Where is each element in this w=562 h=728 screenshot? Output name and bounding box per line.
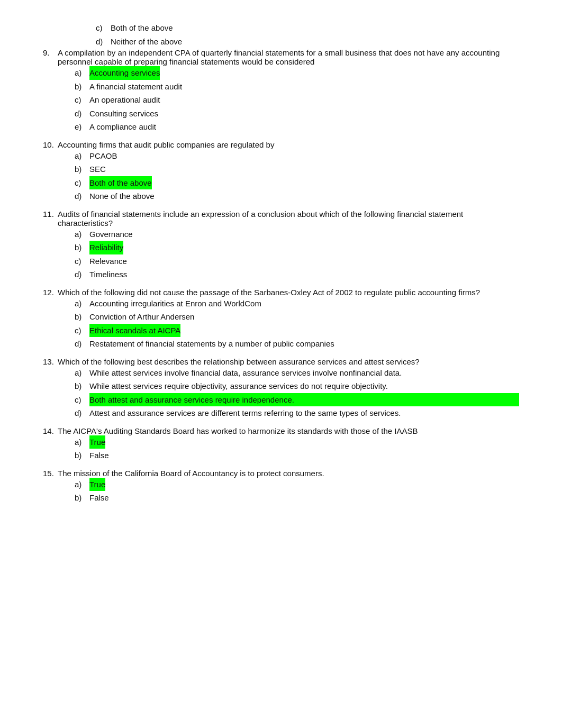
list-item: a) Accounting irregularities at Enron an… <box>75 297 519 311</box>
option-label: c) <box>96 21 111 35</box>
option-label: c) <box>75 176 89 190</box>
option-text: Consulting services <box>89 107 158 121</box>
question-number: 11. <box>43 210 58 219</box>
option-label: c) <box>75 254 89 268</box>
option-text: True <box>89 435 105 449</box>
option-label: e) <box>75 120 89 134</box>
list-item: c) Relevance <box>75 254 519 268</box>
option-text: Accounting irregularities at Enron and W… <box>89 297 261 311</box>
list-item: d) Attest and assurance services are dif… <box>75 406 519 420</box>
option-label: d) <box>96 35 111 49</box>
option-text: While attest services require objectivit… <box>89 379 519 393</box>
option-text: SEC <box>89 162 106 176</box>
option-label: a) <box>75 297 89 311</box>
question-text: Audits of financial statements include a… <box>58 210 519 228</box>
option-text: Reliability <box>89 241 123 254</box>
question-text: Which of the following best describes th… <box>58 357 519 366</box>
list-item: b) False <box>75 491 519 505</box>
options-list: a) While attest services involve financi… <box>43 366 519 420</box>
option-label: a) <box>75 435 89 449</box>
question-row: 15. The mission of the California Board … <box>43 469 519 478</box>
question-text: Which of the following did not cause the… <box>58 288 519 297</box>
question-text: The AICPA's Auditing Standards Board has… <box>58 426 519 435</box>
option-label: a) <box>75 366 89 380</box>
option-text: Attest and assurance services are differ… <box>89 406 519 420</box>
question-15: 15. The mission of the California Board … <box>43 469 519 505</box>
options-list: a) Accounting irregularities at Enron an… <box>43 297 519 351</box>
option-label: c) <box>75 393 89 407</box>
option-text: An operational audit <box>89 93 160 107</box>
question-row: 9. A compilation by an independent CPA o… <box>43 48 519 66</box>
option-label: b) <box>75 379 89 393</box>
question-text: Accounting firms that audit public compa… <box>58 140 519 149</box>
option-text: Accounting services <box>89 66 160 80</box>
question-number: 14. <box>43 426 58 435</box>
list-item: b) False <box>75 449 519 462</box>
question-row: 12. Which of the following did not cause… <box>43 288 519 297</box>
option-text: Timeliness <box>89 268 127 281</box>
question-number: 15. <box>43 469 58 478</box>
list-item: b) SEC <box>75 162 519 176</box>
list-item: d) Consulting services <box>75 107 519 121</box>
option-label: a) <box>75 149 89 163</box>
question-text: A compilation by an independent CPA of q… <box>58 48 519 66</box>
list-item: d) Restatement of financial statements b… <box>75 337 519 351</box>
question-9: 9. A compilation by an independent CPA o… <box>43 48 519 134</box>
options-list: a) Governance b) Reliability c) Relevanc… <box>43 228 519 281</box>
option-text: Neither of the above <box>111 35 182 49</box>
list-item: d) Neither of the above <box>96 35 519 49</box>
option-text: Relevance <box>89 254 127 268</box>
list-item: a) True <box>75 435 519 449</box>
option-text: None of the above <box>89 189 155 203</box>
list-item: c) Ethical scandals at AICPA <box>75 324 519 338</box>
preamble-options: c) Both of the above d) Neither of the a… <box>43 21 519 48</box>
option-label: c) <box>75 93 89 107</box>
option-text: Conviction of Arthur Andersen <box>89 310 194 324</box>
options-list: a) PCAOB b) SEC c) Both of the above d) … <box>43 149 519 203</box>
question-12: 12. Which of the following did not cause… <box>43 288 519 351</box>
list-item: a) While attest services involve financi… <box>75 366 519 380</box>
option-label: a) <box>75 66 89 80</box>
option-text: False <box>89 449 109 462</box>
question-row: 13. Which of the following best describe… <box>43 357 519 366</box>
list-item: a) PCAOB <box>75 149 519 163</box>
option-text: Both of the above <box>111 21 173 35</box>
option-label: b) <box>75 241 89 254</box>
option-text: False <box>89 491 109 505</box>
option-text: Ethical scandals at AICPA <box>89 324 180 338</box>
option-text: A compliance audit <box>89 120 156 134</box>
list-item: c) An operational audit <box>75 93 519 107</box>
option-text: True <box>89 478 105 492</box>
question-number: 12. <box>43 288 58 297</box>
option-text: PCAOB <box>89 149 117 163</box>
question-row: 10. Accounting firms that audit public c… <box>43 140 519 149</box>
question-number: 13. <box>43 357 58 366</box>
list-item: d) Timeliness <box>75 268 519 281</box>
option-text: Governance <box>89 228 133 241</box>
list-item: e) A compliance audit <box>75 120 519 134</box>
list-item: a) Governance <box>75 228 519 241</box>
list-item: b) A financial statement audit <box>75 80 519 94</box>
question-number: 9. <box>43 48 58 57</box>
list-item: b) Conviction of Arthur Andersen <box>75 310 519 324</box>
list-item: d) None of the above <box>75 189 519 203</box>
option-text: Both of the above <box>89 176 152 190</box>
option-label: b) <box>75 162 89 176</box>
main-content: c) Both of the above d) Neither of the a… <box>43 21 519 505</box>
option-label: a) <box>75 228 89 241</box>
option-label: b) <box>75 449 89 462</box>
question-11: 11. Audits of financial statements inclu… <box>43 210 519 281</box>
option-text: Restatement of financial statements by a… <box>89 337 334 351</box>
list-item: b) While attest services require objecti… <box>75 379 519 393</box>
question-number: 10. <box>43 140 58 149</box>
list-item: a) Accounting services <box>75 66 519 80</box>
option-label: b) <box>75 491 89 505</box>
option-text: A financial statement audit <box>89 80 182 94</box>
list-item: c) Both attest and assurance services re… <box>75 393 519 407</box>
question-13: 13. Which of the following best describe… <box>43 357 519 420</box>
option-label: d) <box>75 268 89 281</box>
option-label: d) <box>75 337 89 351</box>
option-label: d) <box>75 406 89 420</box>
list-item: a) True <box>75 478 519 492</box>
question-text: The mission of the California Board of A… <box>58 469 519 478</box>
